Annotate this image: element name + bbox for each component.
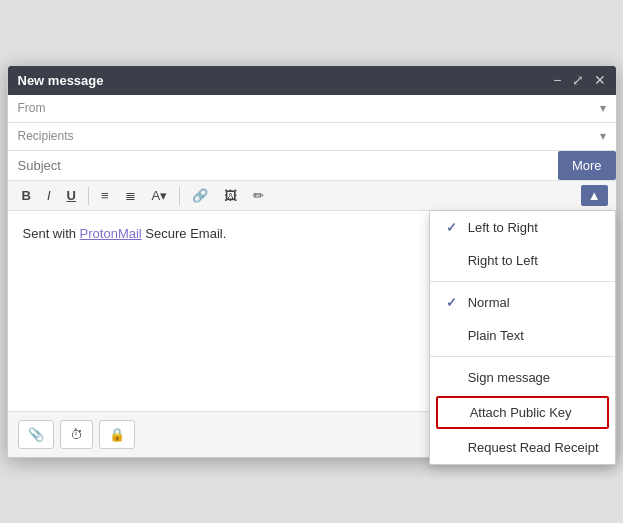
italic-button[interactable]: I bbox=[41, 185, 57, 207]
request-read-receipt-label: Request Read Receipt bbox=[468, 440, 599, 455]
attach-button[interactable]: 📎 bbox=[18, 420, 54, 449]
protonmail-link[interactable]: ProtonMail bbox=[80, 226, 142, 241]
attach-public-key-label: Attach Public Key bbox=[470, 405, 572, 420]
close-button[interactable]: ✕ bbox=[594, 73, 606, 87]
from-label: From bbox=[18, 101, 78, 115]
subject-container: More bbox=[8, 151, 616, 181]
menu-item-normal[interactable]: Normal bbox=[430, 286, 615, 319]
compose-window: New message − ⤢ ✕ From ▾ Recipients ▾ Mo… bbox=[7, 65, 617, 459]
recipients-chevron-icon: ▾ bbox=[600, 129, 606, 143]
from-row: From ▾ bbox=[8, 95, 616, 123]
attach-icon: 📎 bbox=[28, 427, 44, 442]
menu-item-right-to-left[interactable]: Right to Left bbox=[430, 244, 615, 277]
toolbar-separator-1 bbox=[88, 187, 89, 205]
bold-button[interactable]: B bbox=[16, 185, 37, 207]
from-chevron-icon: ▾ bbox=[600, 101, 606, 115]
body-text-after-link: Secure Email. bbox=[142, 226, 227, 241]
toolbar: B I U ≡ ≣ A▾ 🔗 🖼 ✏ ▲ Left to Right Right… bbox=[8, 181, 616, 212]
menu-item-sign-message[interactable]: Sign message bbox=[430, 361, 615, 394]
right-to-left-label: Right to Left bbox=[468, 253, 538, 268]
from-input[interactable] bbox=[78, 101, 600, 116]
dropdown-divider-2 bbox=[430, 356, 615, 357]
image-button[interactable]: 🖼 bbox=[218, 185, 243, 207]
clear-format-button[interactable]: ✏ bbox=[247, 185, 270, 207]
sign-message-label: Sign message bbox=[468, 370, 550, 385]
dropdown-menu: Left to Right Right to Left Normal Plain… bbox=[429, 210, 616, 465]
window-title: New message bbox=[18, 73, 104, 88]
toolbar-separator-2 bbox=[179, 187, 180, 205]
menu-item-left-to-right[interactable]: Left to Right bbox=[430, 211, 615, 244]
window-controls: − ⤢ ✕ bbox=[553, 73, 605, 87]
recipients-row: Recipients ▾ bbox=[8, 123, 616, 151]
recipients-label: Recipients bbox=[18, 129, 78, 143]
minimize-button[interactable]: − bbox=[553, 73, 561, 87]
lock-icon: 🔒 bbox=[109, 427, 125, 442]
unordered-list-button[interactable]: ≡ bbox=[95, 185, 115, 207]
timer-icon: ⏱ bbox=[70, 427, 83, 442]
font-color-button[interactable]: A▾ bbox=[146, 185, 174, 207]
underline-button[interactable]: U bbox=[61, 185, 82, 207]
encrypt-button[interactable]: 🔒 bbox=[99, 420, 135, 449]
expand-button[interactable]: ⤢ bbox=[572, 73, 584, 87]
collapse-toolbar-button[interactable]: ▲ bbox=[581, 185, 608, 206]
menu-item-plain-text[interactable]: Plain Text bbox=[430, 319, 615, 352]
link-button[interactable]: 🔗 bbox=[186, 185, 214, 207]
menu-item-request-read-receipt[interactable]: Request Read Receipt bbox=[430, 431, 615, 464]
menu-item-attach-public-key[interactable]: Attach Public Key bbox=[436, 396, 609, 429]
left-to-right-label: Left to Right bbox=[468, 220, 538, 235]
dropdown-divider-1 bbox=[430, 281, 615, 282]
subject-input[interactable] bbox=[8, 151, 616, 180]
title-bar: New message − ⤢ ✕ bbox=[8, 66, 616, 95]
normal-label: Normal bbox=[468, 295, 510, 310]
ordered-list-button[interactable]: ≣ bbox=[119, 185, 142, 207]
plain-text-label: Plain Text bbox=[468, 328, 524, 343]
expiration-button[interactable]: ⏱ bbox=[60, 420, 93, 449]
more-button[interactable]: More bbox=[558, 151, 616, 180]
recipients-input[interactable] bbox=[78, 129, 600, 144]
body-text-before-link: Sent with bbox=[23, 226, 80, 241]
